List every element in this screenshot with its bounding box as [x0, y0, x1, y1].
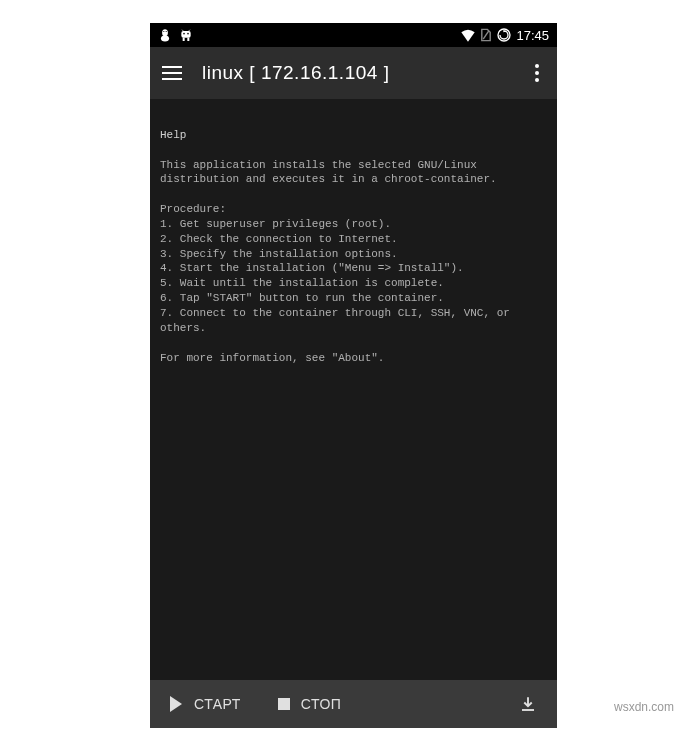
svg-rect-6: [187, 38, 189, 41]
watermark: wsxdn.com: [614, 700, 674, 714]
robot-icon: [178, 27, 194, 43]
help-step: 2. Check the connection to Internet.: [160, 233, 398, 245]
svg-point-1: [161, 36, 169, 42]
svg-line-10: [189, 30, 190, 31]
play-icon: [168, 695, 184, 713]
terminal-content[interactable]: Help This application installs the selec…: [150, 99, 557, 680]
stop-button[interactable]: СТОП: [259, 680, 360, 728]
start-button[interactable]: СТАРТ: [150, 680, 259, 728]
help-step: 3. Specify the installation options.: [160, 248, 398, 260]
app-title: linux [ 172.16.1.104 ]: [202, 62, 389, 84]
svg-point-0: [162, 29, 168, 36]
stop-label: СТОП: [301, 696, 342, 712]
svg-point-7: [183, 33, 185, 35]
help-step: 4. Start the installation ("Menu => Inst…: [160, 262, 464, 274]
svg-point-3: [166, 31, 167, 32]
help-step: 5. Wait until the installation is comple…: [160, 277, 444, 289]
svg-point-8: [187, 33, 189, 35]
app-bar: linux [ 172.16.1.104 ]: [150, 47, 557, 99]
menu-icon[interactable]: [162, 62, 184, 84]
start-label: СТАРТ: [194, 696, 241, 712]
status-bar: 17:45: [150, 23, 557, 47]
svg-point-2: [163, 31, 164, 32]
stop-icon: [277, 697, 291, 711]
svg-rect-13: [278, 698, 290, 710]
svg-rect-4: [181, 31, 190, 38]
help-step: 7. Connect to the container through CLI,…: [160, 307, 516, 334]
download-button[interactable]: [499, 680, 557, 728]
help-intro: This application installs the selected G…: [160, 159, 497, 186]
help-step: 6. Tap "START" button to run the contain…: [160, 292, 444, 304]
svg-line-9: [182, 30, 183, 31]
penguin-icon: [158, 27, 172, 43]
help-footer: For more information, see "About".: [160, 352, 384, 364]
bottom-bar: СТАРТ СТОП: [150, 680, 557, 728]
procedure-label: Procedure:: [160, 203, 226, 215]
download-icon: [519, 695, 537, 713]
more-options-icon[interactable]: [529, 58, 545, 88]
phone-frame: 17:45 linux [ 172.16.1.104 ] Help This a…: [150, 23, 557, 728]
status-time: 17:45: [516, 28, 549, 43]
help-step: 1. Get superuser privileges (root).: [160, 218, 391, 230]
wifi-icon: [460, 28, 476, 42]
sim-icon: [480, 28, 492, 42]
svg-line-11: [484, 31, 490, 39]
svg-rect-5: [183, 38, 185, 41]
help-heading: Help: [160, 129, 186, 141]
refresh-icon: [496, 27, 512, 43]
